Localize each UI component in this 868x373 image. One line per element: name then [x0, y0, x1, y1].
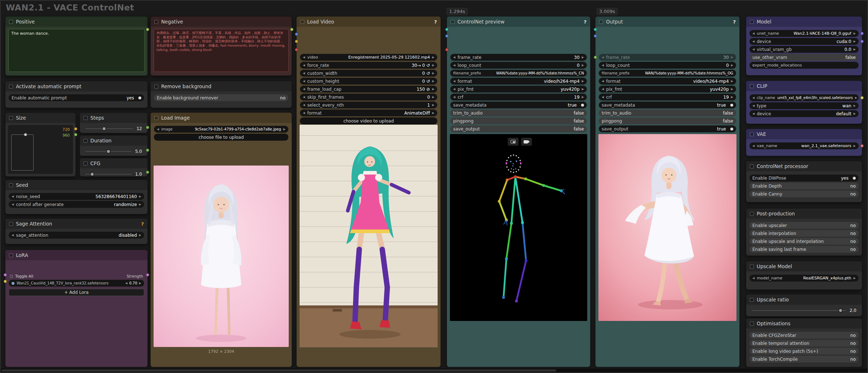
node-post-production[interactable]: Post-production Enable upscaler no Enabl… — [746, 208, 862, 256]
add-lora-button[interactable]: + Add Lora — [9, 289, 144, 296]
collapse-icon[interactable] — [750, 265, 754, 269]
node-cn-processor-header[interactable]: ControlNet processor — [746, 161, 862, 171]
increment-arrow-icon[interactable]: ▶ — [731, 95, 733, 99]
duration-slider[interactable]: 5.0 — [83, 148, 144, 155]
widget-expert-mode-allocations[interactable]: expert_mode_allocations — [749, 62, 859, 69]
increment-arrow-icon[interactable]: ▶ — [139, 233, 141, 237]
widget-crf[interactable]: ◀ crf 19 ▶ — [599, 94, 736, 100]
choose-video-button[interactable]: choose video to upload — [300, 117, 437, 124]
increment-arrow-icon[interactable]: ▶ — [854, 32, 856, 35]
decrement-arrow-icon[interactable]: ◀ — [303, 87, 305, 91]
input-image-preview[interactable] — [154, 166, 289, 347]
collapse-icon[interactable] — [750, 164, 754, 168]
collapse-icon[interactable] — [451, 20, 455, 24]
node-vae[interactable]: VAE ◀ vae_name wan_2.1_vae.safetensors ▶ — [746, 129, 862, 156]
widget-trim-to-audio[interactable]: trim_to_audio false — [599, 110, 736, 116]
node-remove-background[interactable]: Remove background Enable background remo… — [150, 81, 292, 108]
widget-enable-cfgzerostar[interactable]: Enable CFGZeroStar no — [749, 332, 859, 339]
widget-custom-width[interactable]: ◀ custom_width 0 ↺ ▶ — [300, 70, 437, 77]
widget-unet-name[interactable]: ◀ unet_name Wan2.1-VACE-14B-Q8_0.gguf ▶ — [749, 30, 859, 37]
widget-clip-name[interactable]: ◀ clip_name umt5_xxl_fp8_e4m3fn_scaled.s… — [749, 94, 859, 101]
help-icon[interactable]: ? — [141, 221, 144, 227]
increment-arrow-icon[interactable]: ▶ — [432, 80, 434, 83]
node-sage-header[interactable]: Sage Attention ? — [5, 219, 147, 229]
node-duration[interactable]: Duration 5.0 — [80, 135, 148, 156]
picture-in-picture-button[interactable] — [508, 138, 519, 146]
upscale-ratio-slider[interactable]: 2.0 — [749, 307, 859, 314]
slider-track[interactable] — [85, 128, 133, 129]
toggle-on-icon[interactable] — [853, 177, 856, 180]
slider-track[interactable] — [752, 310, 846, 311]
port-negative-conditioning[interactable] — [290, 28, 293, 31]
increment-arrow-icon[interactable]: ▶ — [854, 48, 856, 51]
increment-arrow-icon[interactable]: ▶ — [283, 128, 285, 131]
collapse-icon[interactable] — [9, 183, 13, 187]
increment-arrow-icon[interactable]: ▶ — [432, 111, 434, 115]
node-load-image[interactable]: Load Image ◀ image 9c5eac79-02b1-4799-a7… — [150, 112, 292, 367]
widget-filename-prefix[interactable]: filename_prefix WAN/%date:yyyy-MM-dd%/%d… — [599, 70, 736, 77]
widget-frame-load-cap[interactable]: ◀ frame_load_cap 150 ⊘ ▶ — [300, 86, 437, 93]
collapse-icon[interactable] — [599, 20, 603, 24]
decrement-arrow-icon[interactable]: ◀ — [453, 56, 455, 59]
increment-arrow-icon[interactable]: ▶ — [854, 40, 856, 43]
collapse-icon[interactable] — [750, 132, 754, 136]
widget-pingpong[interactable]: pingpong false — [450, 117, 587, 124]
decrement-arrow-icon[interactable]: ◀ — [303, 72, 305, 75]
increment-arrow-icon[interactable]: ▶ — [854, 112, 856, 115]
widget-vae-name[interactable]: ◀ vae_name wan_2.1_vae.safetensors ▶ — [749, 142, 859, 149]
decrement-arrow-icon[interactable]: ◀ — [602, 87, 604, 91]
node-size[interactable]: Size 720 960 — [5, 112, 76, 177]
node-steps-header[interactable]: Steps — [80, 113, 147, 123]
port-frames-in[interactable] — [295, 40, 298, 43]
widget-format[interactable]: ◀ format video/h264-mp4 ▶ — [599, 78, 736, 85]
decrement-arrow-icon[interactable]: ◀ — [303, 80, 305, 83]
positive-prompt-textarea[interactable]: The woman dance. — [8, 29, 145, 72]
widget-custom-height[interactable]: ◀ custom_height 0 ↺ ▶ — [300, 78, 437, 85]
widget-enable-saving-last-frame[interactable]: Enable saving last frame no — [749, 246, 859, 253]
port-batch-in[interactable] — [445, 48, 448, 51]
increment-arrow-icon[interactable]: ▶ — [139, 195, 141, 198]
port-frames-in[interactable] — [445, 28, 448, 31]
port-cfg-out[interactable] — [146, 171, 149, 174]
decrement-arrow-icon[interactable]: ◀ — [602, 64, 604, 67]
node-model-header[interactable]: Model — [746, 17, 862, 27]
node-clip[interactable]: CLIP ◀ clip_name umt5_xxl_fp8_e4m3fn_sca… — [746, 81, 862, 124]
increment-arrow-icon[interactable]: ▶ — [731, 80, 733, 83]
widget-enable-upscale-interpolation[interactable]: Enable upscale and interpolation no — [749, 238, 859, 245]
node-remove-bg-header[interactable]: Remove background — [151, 81, 292, 91]
widget-select-every-nth[interactable]: ◀ select_every_nth 1 ▶ — [300, 102, 437, 108]
port-video-in[interactable] — [295, 33, 298, 36]
collapse-icon[interactable] — [154, 85, 158, 89]
decrement-arrow-icon[interactable]: ◀ — [303, 103, 305, 107]
decrement-arrow-icon[interactable]: ◀ — [602, 95, 604, 99]
open-video-button[interactable] — [521, 138, 532, 146]
decrement-arrow-icon[interactable]: ◀ — [12, 195, 14, 198]
decrement-arrow-icon[interactable]: ◀ — [752, 48, 755, 51]
slider-knob[interactable] — [838, 308, 843, 313]
widget-pix-fmt[interactable]: ◀ pix_fmt yuv420p ▶ — [450, 86, 587, 93]
increment-arrow-icon[interactable]: ▶ — [854, 144, 856, 147]
increment-arrow-icon[interactable]: ▶ — [432, 72, 434, 75]
decrement-arrow-icon[interactable]: ◀ — [303, 95, 305, 99]
widget-enable-temporal-attention[interactable]: Enable temporal attention no — [749, 340, 859, 347]
port-frames-in[interactable] — [594, 28, 597, 31]
node-seed[interactable]: Seed ◀ noise_seed 563286676401160 ▶ ◀ co… — [5, 180, 148, 214]
widget-format[interactable]: ◀ format video/h264-mp4 ▶ — [450, 78, 587, 85]
toggle-on-icon[interactable] — [581, 104, 584, 107]
node-auto-prompt[interactable]: Activate automatic prompt Enable automat… — [5, 81, 148, 108]
decrement-arrow-icon[interactable]: ◀ — [752, 40, 755, 43]
decrement-arrow-icon[interactable]: ◀ — [303, 64, 305, 67]
decrement-arrow-icon[interactable]: ◀ — [125, 282, 127, 285]
help-icon[interactable]: ? — [434, 19, 437, 25]
node-sage-attention[interactable]: Sage Attention ? ◀ sage_attention disabl… — [5, 218, 148, 244]
port-lora-clip-in[interactable] — [4, 280, 7, 283]
node-load-image-header[interactable]: Load Image — [151, 113, 292, 123]
increment-arrow-icon[interactable]: ▶ — [731, 87, 733, 91]
port-model-out[interactable] — [860, 32, 864, 35]
increment-arrow-icon[interactable]: ▶ — [854, 276, 856, 280]
decrement-arrow-icon[interactable]: ◀ — [12, 203, 14, 206]
help-icon[interactable]: ? — [584, 19, 586, 25]
slider-track[interactable] — [85, 174, 132, 175]
decrement-arrow-icon[interactable]: ◀ — [752, 96, 755, 99]
node-cfg[interactable]: CFG 1.0 — [80, 158, 148, 177]
